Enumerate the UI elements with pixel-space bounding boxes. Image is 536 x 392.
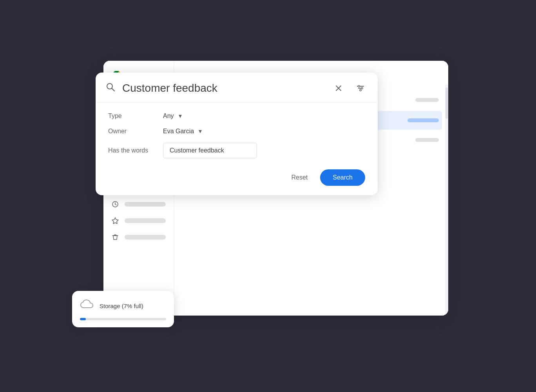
words-row: Has the words xyxy=(108,143,365,158)
trash-icon xyxy=(111,233,119,241)
col-bar xyxy=(415,98,439,102)
owner-value: Eva Garcia xyxy=(163,128,194,135)
dialog-filter-button[interactable] xyxy=(353,80,368,96)
dialog-close-button[interactable] xyxy=(331,80,346,96)
type-label: Type xyxy=(108,113,163,120)
storage-label: Storage (7% full) xyxy=(100,303,143,309)
owner-label: Owner xyxy=(108,128,163,135)
search-icon xyxy=(105,82,116,95)
owner-row: Owner Eva Garcia ▾ xyxy=(108,127,365,135)
nav-label-bar xyxy=(125,218,166,223)
form-actions: Reset Search xyxy=(108,166,365,186)
nav-label-bar xyxy=(125,202,166,207)
sidebar-item-starred[interactable] xyxy=(107,213,170,229)
chevron-down-icon: ▾ xyxy=(199,127,202,135)
search-dialog-title: Customer feedback xyxy=(122,82,324,94)
file-date-bar xyxy=(407,118,439,122)
svg-point-23 xyxy=(358,85,360,87)
star-icon xyxy=(111,217,119,225)
sidebar-item-recent[interactable] xyxy=(107,196,170,212)
scrollbar[interactable] xyxy=(445,84,448,316)
storage-header: Storage (7% full) xyxy=(80,299,166,313)
words-label: Has the words xyxy=(108,147,163,154)
sidebar-item-trash[interactable] xyxy=(107,229,170,245)
search-button[interactable]: Search xyxy=(320,169,365,186)
nav-label-bar xyxy=(125,235,166,240)
search-form: Type Any ▾ Owner Eva Garcia ▾ Has the wo… xyxy=(96,103,378,195)
reset-button[interactable]: Reset xyxy=(285,170,314,185)
storage-bar xyxy=(80,318,166,320)
type-select[interactable]: Any ▾ xyxy=(163,112,182,120)
search-dialog-header: Customer feedback xyxy=(96,73,378,103)
svg-point-25 xyxy=(360,89,361,91)
search-dialog: Customer feedback Type Any xyxy=(96,73,378,195)
chevron-down-icon: ▾ xyxy=(179,112,182,120)
type-value: Any xyxy=(163,113,174,120)
svg-point-24 xyxy=(361,87,363,89)
file-date-bar xyxy=(415,138,439,142)
words-input[interactable] xyxy=(163,143,257,158)
owner-select[interactable]: Eva Garcia ▾ xyxy=(163,127,202,135)
storage-card: Storage (7% full) xyxy=(72,291,174,327)
storage-bar-fill xyxy=(80,318,86,320)
clock-icon xyxy=(111,200,119,208)
scrollbar-thumb[interactable] xyxy=(445,87,448,119)
type-row: Type Any ▾ xyxy=(108,112,365,120)
cloud-icon xyxy=(80,299,94,313)
